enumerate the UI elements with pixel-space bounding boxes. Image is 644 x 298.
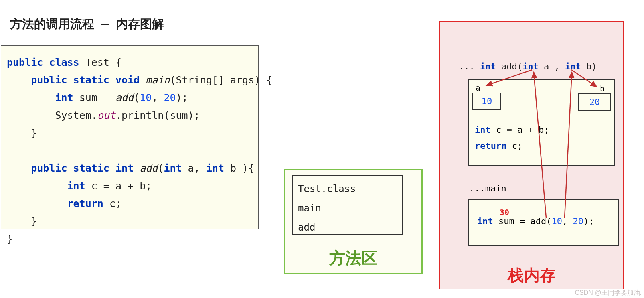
ellipsis: ... xyxy=(459,61,480,71)
var-a-box: 10 xyxy=(472,93,501,110)
var-a-label: a xyxy=(476,83,480,93)
main-frame: 30 int sum = add(10, 20); xyxy=(468,199,619,246)
kw-public-2: public xyxy=(31,74,67,86)
close-paren: ); xyxy=(176,92,188,103)
main-20: 20 xyxy=(573,216,583,226)
main-sum: sum = add( xyxy=(493,216,552,226)
sig-b: b) xyxy=(581,61,597,71)
kw-int-2: int xyxy=(115,162,134,174)
comma: , xyxy=(152,92,164,103)
open-paren: ( xyxy=(134,92,140,103)
source-code-box: public class Test { public static void m… xyxy=(1,45,259,229)
main-10: 10 xyxy=(551,216,562,226)
close-main: } xyxy=(31,127,37,139)
kw-return: return xyxy=(67,198,103,209)
out-field: out xyxy=(97,109,115,121)
param-b: b ){ xyxy=(224,162,254,174)
var-b-box: 20 xyxy=(578,93,611,111)
kw-int-sig-b: int xyxy=(565,61,581,71)
kw-return-frame: return xyxy=(475,141,506,151)
watermark: CSDN @王同学要加油. xyxy=(575,289,642,297)
literal-10: 10 xyxy=(140,92,152,103)
open-paren-2: ( xyxy=(158,162,164,174)
main-frame-label: ...main xyxy=(469,183,506,193)
stack-memory-label: 栈内存 xyxy=(440,264,623,286)
method-area-box: Test.class main add 方法区 xyxy=(284,169,423,274)
kw-int-frame: int xyxy=(475,125,491,135)
kw-static-2: static xyxy=(73,162,109,174)
method-main: main xyxy=(298,199,397,218)
fn-main: main xyxy=(146,74,170,86)
kw-int-c: int xyxy=(67,180,85,192)
frame-return: c; xyxy=(506,141,522,151)
result-30: 30 xyxy=(500,207,509,217)
kw-public-3: public xyxy=(31,162,67,174)
method-area-label: 方法区 xyxy=(285,247,421,269)
add-line-c: int c = a + b; xyxy=(475,125,549,135)
method-class: Test.class xyxy=(298,179,397,199)
add-signature: ... int add(int a , int b) xyxy=(459,61,597,71)
class-name: Test { xyxy=(85,57,122,68)
param-a: a, xyxy=(182,162,206,174)
kw-int-main: int xyxy=(477,216,493,226)
kw-public-1: public xyxy=(7,57,43,68)
main-args: (String[] args) { xyxy=(170,74,272,86)
add-line-return: return c; xyxy=(475,141,522,151)
frame-c-assign: c = a + b; xyxy=(491,125,549,135)
kw-int-sig-a: int xyxy=(522,61,539,71)
main-comma: , xyxy=(562,216,573,226)
close-add: } xyxy=(31,215,37,227)
literal-20: 20 xyxy=(164,92,176,103)
page-title: 方法的调用流程 – 内存图解 xyxy=(10,16,164,32)
kw-void: void xyxy=(115,74,140,86)
kw-static-1: static xyxy=(73,74,109,86)
c-assign: c = a + b; xyxy=(85,180,152,192)
kw-int-sig: int xyxy=(480,61,496,71)
add-frame: a b 10 20 int c = a + b; return c; ↖ xyxy=(468,79,615,166)
kw-int-1: int xyxy=(55,92,73,103)
method-add: add xyxy=(298,218,397,237)
fn-add-call: add xyxy=(115,92,134,103)
system: System. xyxy=(55,109,97,121)
method-area-inner: Test.class main add xyxy=(292,175,403,235)
sig-a: a , xyxy=(539,61,565,71)
return-c: c; xyxy=(103,198,122,209)
main-close: ); xyxy=(583,216,594,226)
kw-int-b: int xyxy=(206,162,224,174)
main-line: int sum = add(10, 20); xyxy=(477,216,594,226)
println: .println(sum); xyxy=(115,109,200,121)
close-class: } xyxy=(7,233,13,245)
sum-assign: sum = xyxy=(73,92,115,103)
var-b-label: b xyxy=(600,84,605,93)
stack-memory-box: ... int add(int a , int b) a b 10 20 int… xyxy=(439,21,624,289)
kw-class: class xyxy=(49,57,79,68)
fn-add-def: add xyxy=(140,162,158,174)
sig-add: add( xyxy=(496,61,522,71)
kw-int-a: int xyxy=(164,162,182,174)
